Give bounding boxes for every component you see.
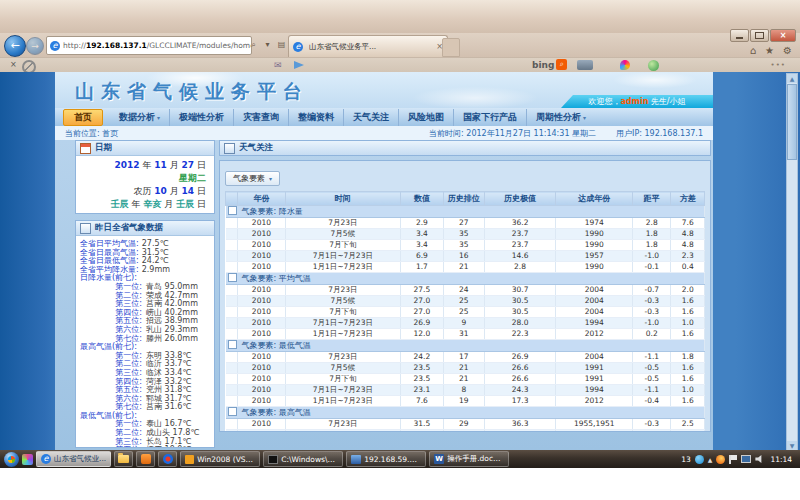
back-button[interactable]: ←	[4, 35, 26, 57]
nav-item[interactable]: 数据分析▾	[110, 109, 170, 126]
cell: 2010	[237, 329, 285, 340]
cell: 2010	[237, 318, 285, 329]
new-tab-button[interactable]	[442, 38, 460, 57]
table-row[interactable]: 20107月1日~7月23日23.1824.31994-1.11.0	[226, 385, 705, 396]
addon-bar-close-icon[interactable]: ×	[10, 60, 17, 69]
page-background: 山东省气候业务平台 欢迎您，admin 先生/小姐 首页数据分析▾极端性分析灾害…	[0, 72, 800, 450]
table-group-row[interactable]: 气象要素: 最高气温	[226, 407, 705, 419]
rank-line: 第四位:栖霞 19.0℃	[80, 446, 210, 448]
send-plane-icon[interactable]	[294, 61, 304, 69]
cell: 1990	[556, 229, 633, 240]
word-icon: W	[434, 454, 444, 464]
cell: 28.0	[484, 318, 556, 329]
taskbar-button[interactable]: Win2008 (VS2...	[180, 451, 260, 467]
taskbar-button[interactable]: e山东省气候业...	[36, 451, 111, 467]
taskbar-button[interactable]: 192.168.59.99...	[346, 451, 426, 467]
table-group-row[interactable]: 气象要素: 最低气温	[226, 340, 705, 352]
welcome-ribbon: 欢迎您，admin 先生/小姐	[561, 95, 713, 108]
table-row[interactable]: 20107月5候23.52126.61991-0.51.6	[226, 363, 705, 374]
cell: 4.8	[671, 240, 705, 251]
page-title: 山东省气候业务平台	[75, 79, 309, 105]
tab-title: 山东省气候业务平...	[309, 42, 433, 52]
search-icon[interactable]: ⌕	[247, 37, 260, 52]
qq-icon[interactable]	[695, 455, 704, 464]
globe-icon[interactable]	[648, 60, 659, 71]
element-filter-button[interactable]: 气象要素 ▾	[225, 171, 280, 186]
scroll-down-arrow[interactable]: ▼	[787, 441, 797, 450]
browser-tab[interactable]: e 山东省气候业务平... ×	[288, 35, 448, 57]
address-bar[interactable]: e http://192.168.137.1/GLCCLIMATE/module…	[46, 36, 252, 55]
taskbar-button[interactable]	[114, 451, 133, 467]
launcher-icon[interactable]	[22, 454, 33, 465]
nav-item[interactable]: 天气关注	[344, 109, 399, 126]
taskbar-button[interactable]: W操作手册.docx ...	[429, 451, 509, 467]
volume-icon[interactable]	[755, 455, 763, 463]
taskbar-button[interactable]	[136, 451, 155, 467]
date-segment: 星期二	[179, 173, 206, 183]
launcher-badge-icon[interactable]	[620, 60, 630, 70]
table-group-row[interactable]: 气象要素: 平均气温	[226, 273, 705, 285]
table-row[interactable]: 20107月23日24.21726.92004-1.11.8	[226, 352, 705, 363]
table-row[interactable]: 20107月下旬23.52126.61991-0.51.6	[226, 374, 705, 385]
group-checkbox[interactable]	[228, 340, 237, 349]
date-line: 星期二	[80, 172, 206, 185]
action-center-flag-icon[interactable]	[729, 455, 737, 464]
start-button[interactable]	[4, 452, 19, 467]
group-checkbox[interactable]	[228, 206, 237, 215]
taskbar-button[interactable]	[158, 451, 177, 467]
hidden-icons-arrow[interactable]: ▲	[708, 456, 713, 463]
table-row[interactable]: 20101月1日~7月23日12.03122.320120.21.6	[226, 329, 705, 340]
system-tray: 13 ▲ 11:14	[681, 455, 796, 464]
tools-gear-icon[interactable]: ⚙	[783, 45, 792, 56]
table-row[interactable]: 20107月23日31.52936.31955,1951-0.32.5	[226, 419, 705, 430]
nav-item[interactable]: 风险地图	[399, 109, 454, 126]
compatibility-view-icon[interactable]: ▤	[275, 37, 288, 52]
page-scrollbar[interactable]: ▲ ▼	[786, 73, 798, 450]
chevron-down-icon[interactable]: ▾	[261, 37, 274, 52]
cell: 7月1日~7月23日	[285, 385, 400, 396]
table-row[interactable]: 20107月1日~7月23日6.91614.61957-1.02.3	[226, 251, 705, 262]
home-icon[interactable]: ⌂	[750, 45, 756, 56]
nav-item[interactable]: 首页	[63, 109, 103, 126]
mail-icon[interactable]: ✉	[274, 60, 282, 70]
table-row[interactable]: 20107月下旬3.43523.719901.84.8	[226, 240, 705, 251]
cell: 7月5候	[285, 229, 400, 240]
forward-button[interactable]: →	[26, 37, 44, 55]
nav-item[interactable]: 极端性分析	[170, 109, 234, 126]
firefox-icon[interactable]	[716, 455, 725, 464]
url-text: http://192.168.137.1/GLCCLIMATE/modules/…	[63, 41, 252, 50]
table-row[interactable]: 20101月1日~7月23日1.7212.81990-0.10.4	[226, 262, 705, 273]
cell: 2010	[237, 396, 285, 407]
table-row[interactable]: 20107月5候3.43523.719901.84.8	[226, 229, 705, 240]
taskbar-button[interactable]: C:\Windows\s...	[263, 451, 343, 467]
nav-item[interactable]: 周期性分析▾	[527, 109, 595, 126]
nav-item[interactable]: 整编资料	[289, 109, 344, 126]
close-window-button[interactable]: ×	[770, 29, 796, 42]
group-checkbox[interactable]	[228, 407, 237, 416]
table-row[interactable]: 20107月5候27.02530.52004-0.31.6	[226, 296, 705, 307]
table-row[interactable]: 20107月下旬27.02530.52004-0.31.6	[226, 307, 705, 318]
scrollbar-thumb[interactable]	[787, 84, 797, 160]
minimize-button[interactable]	[730, 29, 749, 42]
group-cell: 气象要素: 最高气温	[226, 407, 705, 419]
more-options-icon[interactable]: •••	[771, 61, 786, 69]
maximize-button[interactable]	[750, 29, 769, 42]
nav-item[interactable]: 国家下行产品	[454, 109, 527, 126]
table-group-row[interactable]: 气象要素: 降水量	[226, 206, 705, 218]
nav-item-label: 灾害查询	[243, 111, 279, 124]
table-row[interactable]: 20107月23日27.52430.72004-0.72.0	[226, 285, 705, 296]
cell: 29	[443, 419, 484, 430]
group-checkbox[interactable]	[228, 273, 237, 282]
favorites-star-icon[interactable]: ★	[765, 45, 774, 56]
table-row[interactable]: 20107月1日~7月23日26.9928.01994-1.01.0	[226, 318, 705, 329]
display-icon[interactable]	[741, 455, 751, 463]
taskbar-clock[interactable]: 11:14	[770, 455, 792, 464]
bing-toolbar[interactable]: bing ⌕	[532, 59, 567, 70]
scroll-up-arrow[interactable]: ▲	[787, 74, 797, 83]
table-row[interactable]: 20101月1日~7月23日7.61917.32012-0.41.6	[226, 396, 705, 407]
table-row[interactable]: 20107月23日2.92736.219742.87.6	[226, 218, 705, 229]
camera-icon[interactable]	[577, 60, 593, 70]
nav-item[interactable]: 灾害查询	[234, 109, 289, 126]
table-row[interactable]: 20107月5候31.42535.31951-0.31.9	[226, 430, 705, 433]
cell: 25	[443, 296, 484, 307]
